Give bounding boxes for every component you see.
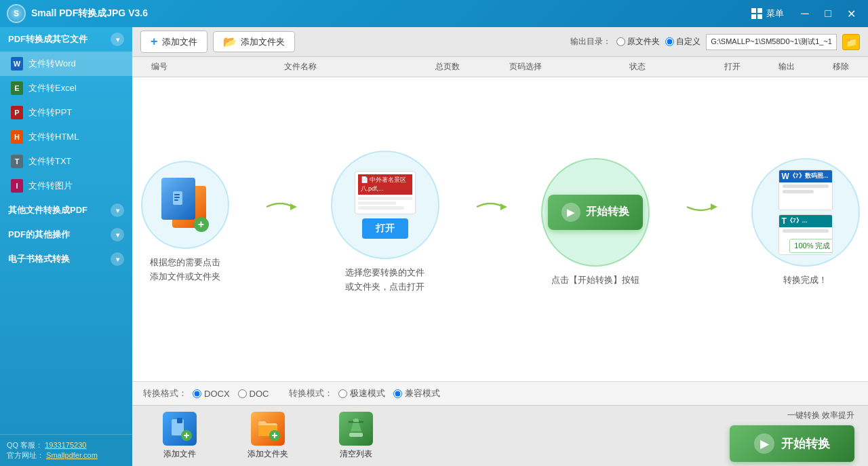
close-button[interactable]: ✕: [841, 3, 861, 24]
clear-list-icon: [339, 412, 373, 446]
pdf-line-3: [358, 206, 404, 210]
output-original-label: 原文件夹: [627, 36, 660, 47]
sidebar-item-to-ppt[interactable]: P 文件转PPT: [0, 100, 132, 125]
format-group: 转换格式： DOCX DOC: [143, 387, 269, 400]
sidebar-label-to-txt: 文件转TXT: [28, 155, 72, 168]
sidebar-item-to-excel[interactable]: E 文件转Excel: [0, 76, 132, 100]
sidebar-section-header-ebook[interactable]: 电子书格式转换 ▾: [0, 247, 132, 271]
chevron-down-icon: ▾: [111, 33, 124, 46]
output-label: 输出目录：: [570, 36, 611, 47]
pdf-header: 📄 中外著名景区八.pdf,...: [358, 174, 412, 195]
sidebar-section-header-other-to-pdf[interactable]: 其他文件转换成PDF ▾: [0, 198, 132, 222]
sidebar-section-label-other-to-pdf: 其他文件转换成PDF: [8, 204, 87, 216]
col-pages: 总页数: [414, 61, 481, 73]
svg-rect-2: [174, 197, 180, 198]
format-doc-option[interactable]: DOC: [238, 389, 269, 399]
browse-folder-button[interactable]: 📁: [842, 34, 860, 50]
sidebar-section-ebook[interactable]: 电子书格式转换 ▾: [0, 247, 132, 271]
txt-icon: T: [11, 155, 23, 168]
add-folder-icon: [251, 412, 285, 446]
mode-compat-radio[interactable]: [393, 389, 402, 398]
sidebar-label-to-ppt: 文件转PPT: [28, 106, 72, 119]
svg-marker-8: [500, 203, 507, 210]
format-doc-radio[interactable]: [238, 389, 247, 398]
file-stack-icon: +: [161, 178, 209, 232]
chevron-right-icon-3: ▾: [111, 252, 124, 266]
sidebar-section-label-pdf-to-other: PDF转换成其它文件: [8, 33, 87, 45]
add-folder-button[interactable]: 📂 添加文件夹: [213, 31, 295, 52]
format-docx-radio[interactable]: [193, 389, 201, 398]
bottom-right: 一键转换 效率提升 ▶ 开始转换: [730, 410, 854, 462]
sidebar-section-pdf-to-other[interactable]: PDF转换成其它文件 ▾ W 文件转Word E 文件转Excel P 文件转P…: [0, 27, 132, 198]
add-folder-label: 添加文件夹: [241, 36, 285, 48]
website-url[interactable]: Smallpdfer.com: [46, 451, 98, 459]
output-options: 原文件夹 自定义 G:\SMALLP~1\SM58D0~1\测试1_~1 📁: [616, 34, 860, 50]
format-docx-option[interactable]: DOCX: [193, 389, 230, 399]
step4-text: 转换完成！: [783, 273, 827, 288]
pdf-line-2: [358, 201, 396, 205]
image-icon: I: [11, 179, 23, 193]
start-btn-label: 开始转换: [586, 205, 629, 219]
chevron-right-icon-2: ▾: [111, 228, 124, 241]
step-4: W 《7》数码照... T 《7》... 100% 完成 转换完成！: [751, 158, 860, 288]
bottom-add-folder[interactable]: 添加文件夹: [234, 412, 302, 460]
word-doc-header-2: T 《7》...: [779, 215, 832, 227]
open-button-illus: 打开: [362, 218, 408, 239]
arrow-1: [263, 195, 297, 223]
play-icon: ▶: [561, 203, 580, 222]
mode-compat-label: 兼容模式: [405, 387, 440, 400]
app-body: PDF转换成其它文件 ▾ W 文件转Word E 文件转Excel P 文件转P…: [0, 27, 868, 466]
sidebar-item-to-image[interactable]: I 文件转图片: [0, 174, 132, 198]
mode-radio-group: 极速模式 兼容模式: [338, 387, 440, 400]
app-logo: S: [7, 4, 26, 23]
sidebar-section-pdf-ops[interactable]: PDF的其他操作 ▾: [0, 222, 132, 247]
sidebar-label-to-word: 文件转Word: [28, 58, 76, 70]
minimize-button[interactable]: ─: [795, 3, 815, 24]
mode-fast-option[interactable]: 极速模式: [338, 387, 385, 400]
sidebar-item-to-txt[interactable]: T 文件转TXT: [0, 149, 132, 174]
output-option-custom[interactable]: 自定义: [665, 36, 701, 47]
html-icon: H: [11, 130, 23, 144]
start-convert-play-icon: ▶: [754, 433, 774, 454]
mode-compat-option[interactable]: 兼容模式: [393, 387, 440, 400]
sidebar-item-to-html[interactable]: H 文件转HTML: [0, 125, 132, 149]
col-filename: 文件名称: [186, 61, 414, 73]
add-file-icon: [163, 412, 197, 446]
folder-icon: 📂: [223, 35, 237, 48]
step-1: + 根据您的需要点击 添加文件或文件夹: [141, 161, 229, 284]
sidebar-section-header-pdf-ops[interactable]: PDF的其他操作 ▾: [0, 222, 132, 247]
format-label: 转换格式：: [143, 387, 187, 400]
output-custom-label: 自定义: [676, 36, 701, 47]
step3-text: 点击【开始转换】按钮: [551, 273, 639, 288]
bottom-add-file[interactable]: 添加文件: [146, 412, 214, 460]
col-open: 打开: [705, 61, 760, 73]
bottom-clear-list[interactable]: 清空列表: [322, 412, 390, 460]
step-2: 📄 中外著名景区八.pdf,... 打开 选择您要转换的文件 或文件夹，点击打开: [331, 151, 439, 294]
sidebar-section-other-to-pdf[interactable]: 其他文件转换成PDF ▾: [0, 198, 132, 222]
output-radio-original[interactable]: [616, 37, 625, 46]
output-radio-custom[interactable]: [665, 37, 674, 46]
app-title: Small PDF转换成JPG V3.6: [31, 7, 751, 20]
start-convert-button[interactable]: ▶ 开始转换: [730, 425, 854, 462]
word-icon: W: [11, 57, 23, 71]
sidebar-section-header-pdf-to-other[interactable]: PDF转换成其它文件 ▾: [0, 27, 132, 52]
svg-marker-9: [711, 203, 717, 210]
website-label: 官方网址：: [7, 451, 44, 459]
table-header: 编号 文件名称 总页数 页码选择 状态 打开 输出 移除: [132, 57, 868, 77]
qq-number[interactable]: 1933175230: [45, 441, 86, 449]
mode-fast-radio[interactable]: [338, 389, 347, 398]
toolbar: + 添加文件 📂 添加文件夹 输出目录： 原文件夹 自定义 G:\SMALLP~…: [132, 27, 868, 57]
add-file-label: 添加文件: [162, 36, 197, 48]
menu-grid-icon: [751, 8, 762, 19]
sidebar-item-to-word[interactable]: W 文件转Word: [0, 52, 132, 76]
add-file-button[interactable]: + 添加文件: [140, 31, 208, 53]
ppt-icon: P: [11, 106, 23, 119]
progress-badge: 100% 完成: [789, 239, 832, 253]
add-icon: +: [151, 35, 158, 49]
output-path-input[interactable]: G:\SMALLP~1\SM58D0~1\测试1_~1: [706, 34, 837, 50]
maximize-button[interactable]: □: [818, 3, 838, 24]
menu-button[interactable]: 菜单: [751, 7, 784, 20]
step3-circle: ▶ 开始转换: [541, 158, 650, 267]
start-btn-illus: ▶ 开始转换: [548, 195, 643, 230]
output-option-original[interactable]: 原文件夹: [616, 36, 660, 47]
